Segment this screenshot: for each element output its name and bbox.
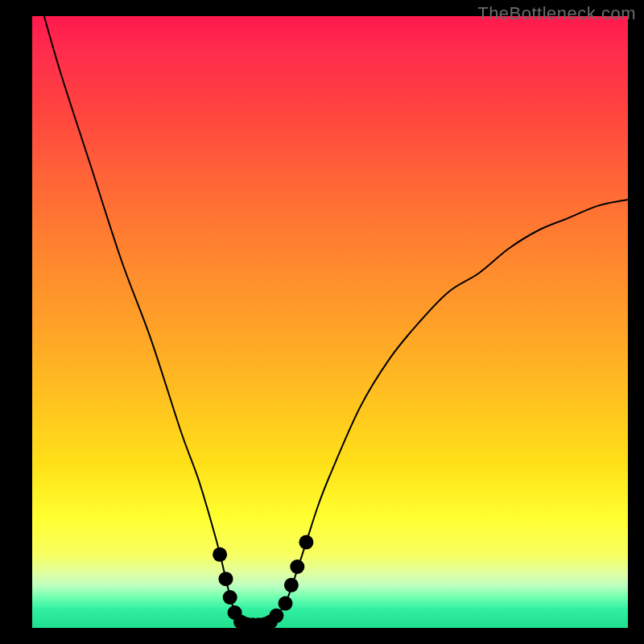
data-dot xyxy=(284,578,299,592)
bottleneck-curve xyxy=(44,16,628,625)
data-dot xyxy=(269,609,283,623)
data-dot xyxy=(290,559,304,574)
data-dot xyxy=(213,547,227,562)
data-dot xyxy=(299,535,313,550)
chart-frame: TheBottleneck.com xyxy=(0,0,644,644)
data-dots xyxy=(213,535,313,628)
plot-area xyxy=(32,16,628,628)
data-dot xyxy=(219,572,233,586)
watermark-text: TheBottleneck.com xyxy=(477,3,636,24)
curve-layer xyxy=(32,16,628,628)
data-dot xyxy=(223,590,237,605)
data-dot xyxy=(279,597,293,611)
